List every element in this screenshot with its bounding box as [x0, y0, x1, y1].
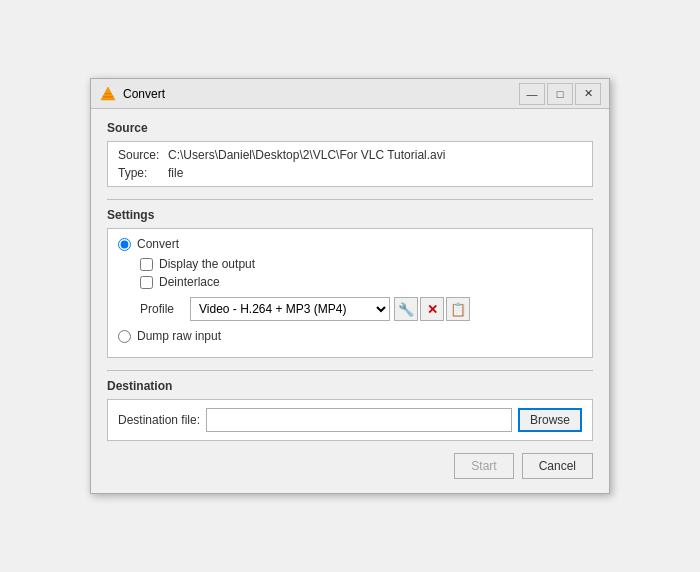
destination-section: Destination Destination file: Browse: [107, 379, 593, 441]
convert-radio[interactable]: [118, 238, 131, 251]
settings-section: Settings Convert Display the output Dein…: [107, 208, 593, 358]
divider-2: [107, 370, 593, 371]
settings-section-label: Settings: [107, 208, 593, 222]
browse-button[interactable]: Browse: [518, 408, 582, 432]
type-key-label: Type:: [118, 166, 168, 180]
checkbox-group: Display the output Deinterlace: [140, 257, 582, 289]
source-key-label: Source:: [118, 148, 168, 162]
cancel-button[interactable]: Cancel: [522, 453, 593, 479]
main-window: Convert — □ ✕ Source Source: C:\Users\Da…: [90, 78, 610, 494]
start-button[interactable]: Start: [454, 453, 513, 479]
convert-radio-label[interactable]: Convert: [137, 237, 179, 251]
dump-radio[interactable]: [118, 330, 131, 343]
profile-add-button[interactable]: 📋: [446, 297, 470, 321]
maximize-button[interactable]: □: [547, 83, 573, 105]
minimize-button[interactable]: —: [519, 83, 545, 105]
source-path-value: C:\Users\Daniel\Desktop\2\VLC\For VLC Tu…: [168, 148, 445, 162]
deinterlace-row: Deinterlace: [140, 275, 582, 289]
type-value: file: [168, 166, 183, 180]
source-path-row: Source: C:\Users\Daniel\Desktop\2\VLC\Fo…: [118, 148, 582, 162]
profile-icon-group: 🔧 ✕ 📋: [394, 297, 470, 321]
destination-file-input[interactable]: [206, 408, 512, 432]
window-controls: — □ ✕: [519, 83, 601, 105]
profile-key-label: Profile: [140, 302, 190, 316]
display-output-checkbox[interactable]: [140, 258, 153, 271]
bottom-buttons: Start Cancel: [107, 453, 593, 479]
title-bar: Convert — □ ✕: [91, 79, 609, 109]
dest-key-label: Destination file:: [118, 413, 200, 427]
profile-select[interactable]: Video - H.264 + MP3 (MP4) Video - H.265 …: [190, 297, 390, 321]
dump-radio-row: Dump raw input: [118, 329, 582, 343]
svg-rect-1: [103, 96, 113, 98]
divider-1: [107, 199, 593, 200]
source-section: Source Source: C:\Users\Daniel\Desktop\2…: [107, 121, 593, 187]
profile-delete-button[interactable]: ✕: [420, 297, 444, 321]
deinterlace-checkbox[interactable]: [140, 276, 153, 289]
svg-rect-2: [105, 93, 111, 94]
source-type-row: Type: file: [118, 166, 582, 180]
profile-settings-button[interactable]: 🔧: [394, 297, 418, 321]
dump-radio-label[interactable]: Dump raw input: [137, 329, 221, 343]
profile-row: Profile Video - H.264 + MP3 (MP4) Video …: [140, 297, 582, 321]
source-section-label: Source: [107, 121, 593, 135]
window-body: Source Source: C:\Users\Daniel\Desktop\2…: [91, 109, 609, 493]
display-output-row: Display the output: [140, 257, 582, 271]
destination-row: Destination file: Browse: [118, 408, 582, 432]
app-icon: [99, 85, 117, 103]
close-button[interactable]: ✕: [575, 83, 601, 105]
display-output-label[interactable]: Display the output: [159, 257, 255, 271]
destination-box: Destination file: Browse: [107, 399, 593, 441]
convert-radio-row: Convert: [118, 237, 582, 251]
deinterlace-label[interactable]: Deinterlace: [159, 275, 220, 289]
source-box: Source: C:\Users\Daniel\Desktop\2\VLC\Fo…: [107, 141, 593, 187]
settings-box: Convert Display the output Deinterlace P: [107, 228, 593, 358]
window-title: Convert: [123, 87, 519, 101]
destination-section-label: Destination: [107, 379, 593, 393]
